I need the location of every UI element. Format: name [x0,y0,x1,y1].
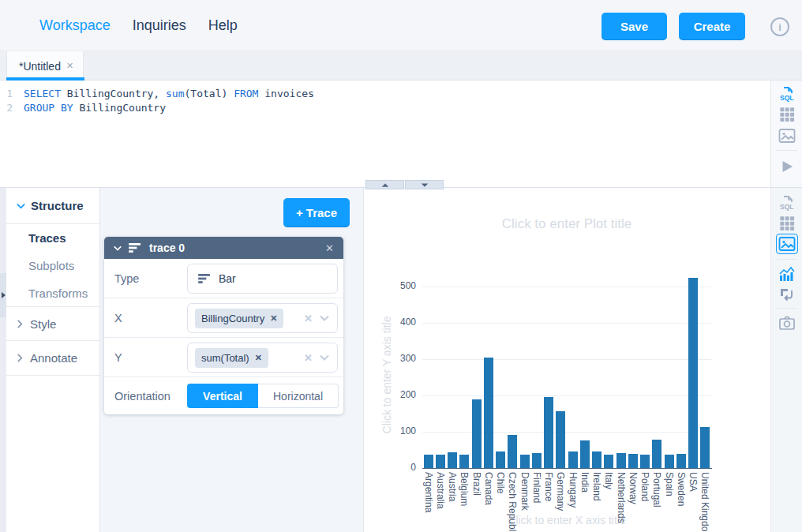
bar[interactable] [628,454,638,468]
chart-toolbar-rail: SQL [770,188,802,532]
x-tick-label: Czech Republic [507,472,518,532]
clear-icon[interactable]: ✕ [304,352,313,364]
y-axis-title-placeholder[interactable]: Click to enter Y axis title [380,317,393,434]
bar[interactable] [688,278,698,468]
bar[interactable] [568,451,578,468]
orientation-toggle: Vertical Horizontal [187,384,339,408]
bar[interactable] [532,453,542,468]
bar[interactable] [556,411,565,468]
sidebar-collapse-handle[interactable] [0,273,6,317]
pane-splitter-up-button[interactable] [365,180,404,189]
sidebar-item-traces[interactable]: Traces [6,224,99,252]
rail-divider [777,150,797,151]
chevron-right-icon [17,320,23,328]
bar[interactable] [459,455,469,468]
trace-close-icon[interactable]: ✕ [325,242,334,254]
chevron-down-icon [114,245,122,251]
type-label: Type [104,272,139,285]
bar[interactable] [436,455,445,468]
x-chip[interactable]: BillingCountry ✕ [195,309,283,328]
chip-remove-icon[interactable]: ✕ [270,313,277,324]
bar[interactable] [520,455,530,468]
sidebar-section-structure[interactable]: Structure [6,188,99,224]
nav-item-help[interactable]: Help [208,17,238,34]
bar[interactable] [496,451,505,468]
orientation-label: Orientation [104,390,171,403]
bar[interactable] [604,455,613,468]
table-grid-icon[interactable] [771,107,802,122]
x-tick-label: Italy [603,472,614,532]
nav-item-workspace[interactable]: Workspace [39,17,111,34]
table-grid-icon[interactable] [771,215,802,231]
orientation-horizontal-button[interactable]: Horizontal [258,384,339,408]
x-tick-label: Ireland [591,472,602,532]
x-tick-label: Argentina [423,472,434,532]
active-icon-box[interactable] [776,234,798,254]
chevron-down-icon[interactable] [320,315,329,321]
nav-item-inquiries[interactable]: Inquiries [133,17,186,34]
y-gridline [422,432,711,433]
bar[interactable] [472,399,482,468]
bar[interactable] [640,455,650,468]
column-chart-icon[interactable] [771,265,802,283]
x-tick-label: Hungary [568,472,579,532]
x-tick-label: Brazil [471,472,482,532]
y-tick-label: 500 [388,280,416,291]
type-select[interactable]: Bar [187,264,338,294]
sidebar-section-style[interactable]: Style [6,307,99,341]
sidebar-item-transforms[interactable]: Transforms [6,279,99,307]
info-icon[interactable]: i [770,17,789,36]
pane-splitter-down-button[interactable] [405,180,444,189]
chevron-down-icon[interactable] [320,354,329,361]
bar[interactable] [665,455,674,468]
arrange-icon[interactable] [771,286,802,303]
save-button[interactable]: Save [602,13,667,40]
bar[interactable] [484,358,493,468]
bar[interactable] [508,435,517,468]
sidebar-item-subplots[interactable]: Subplots [6,252,99,279]
image-chart-icon [778,235,796,253]
y-gridline [422,287,711,287]
y-chip[interactable]: sum(Total) ✕ [195,348,268,368]
trace-row-y: Y sum(Total) ✕ ✕ [104,338,343,377]
clear-icon[interactable]: ✕ [304,313,313,324]
orientation-vertical-button[interactable]: Vertical [187,384,258,408]
run-icon[interactable] [771,157,802,176]
bar[interactable] [700,427,710,468]
bar[interactable] [580,440,590,468]
tab-bar: *Untitled ✕ [0,51,802,81]
chip-remove-icon[interactable]: ✕ [255,353,262,363]
y-select[interactable]: sum(Total) ✕ ✕ [187,343,338,373]
bar[interactable] [676,454,686,468]
rail-divider [777,259,797,260]
y-gridline [422,323,711,324]
sidebar-section-annotate[interactable]: Annotate [6,341,99,376]
trace-editor-panel: + Trace trace 0 ✕ Type Bar X BillingCoun… [100,188,364,532]
tab-close-icon[interactable]: ✕ [66,61,73,71]
sql-editor[interactable]: 1 SELECT BillingCountry, sum(Total) FROM… [0,81,770,188]
x-select[interactable]: BillingCountry ✕ ✕ [187,303,338,333]
create-button[interactable]: Create [679,13,745,40]
bar[interactable] [652,440,661,468]
add-trace-button[interactable]: + Trace [283,198,350,227]
x-tick-label: Denmark [519,472,530,532]
bar[interactable] [448,452,457,468]
trace-title: trace 0 [149,242,185,254]
x-label: X [104,312,122,324]
image-chart-icon[interactable] [771,127,802,144]
top-navbar: Workspace Inquiries Help Save Create i [0,0,802,51]
bar[interactable] [424,455,433,468]
bar[interactable] [592,451,602,468]
plot-title-placeholder[interactable]: Click to enter Plot title [502,216,631,232]
y-gridline [422,395,711,396]
bar[interactable] [544,397,553,468]
tab-untitled[interactable]: *Untitled ✕ [6,51,84,81]
x-tick-label: Sweden [676,472,687,532]
trace-card-header[interactable]: trace 0 ✕ [104,237,343,259]
camera-icon[interactable] [771,314,802,332]
x-tick-label: Netherlands [616,472,627,532]
sql-icon[interactable]: SQL [771,194,802,212]
x-tick-label: Belgium [459,472,470,532]
sql-icon[interactable]: SQL [771,85,802,103]
bar[interactable] [616,453,626,468]
